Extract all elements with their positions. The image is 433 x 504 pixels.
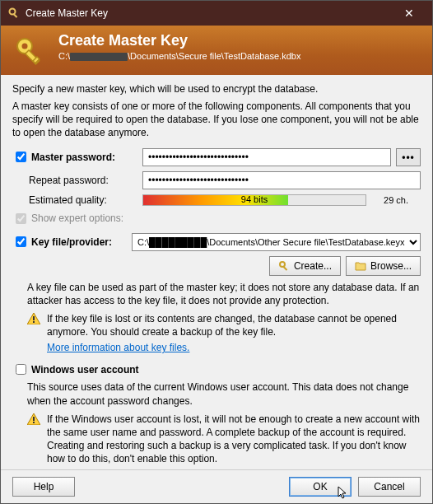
master-password-checkbox[interactable] <box>16 152 26 162</box>
help-button[interactable]: Help <box>12 477 75 497</box>
repeat-password-label: Repeat password: <box>29 175 109 186</box>
svg-rect-9 <box>33 321 35 323</box>
reveal-password-button[interactable]: ••• <box>396 148 421 166</box>
warning-icon <box>27 313 40 338</box>
quality-label: Estimated quality: <box>29 194 107 206</box>
footer: Help OK Cancel <box>1 469 432 503</box>
app-icon <box>7 7 21 20</box>
windows-account-desc: This source uses data of the current Win… <box>27 380 421 407</box>
create-keyfile-button[interactable]: Create... <box>269 256 341 276</box>
intro-text: Specify a new master key, which will be … <box>12 83 421 95</box>
cursor-icon <box>338 486 349 501</box>
browse-label: Browse... <box>370 260 412 272</box>
svg-rect-10 <box>33 417 35 421</box>
expert-options-checkbox <box>16 213 26 224</box>
keyfile-label: Key file/provider: <box>31 236 112 248</box>
ok-label: OK <box>313 481 327 492</box>
titlebar: Create Master Key ✕ <box>1 1 432 26</box>
svg-point-3 <box>22 44 28 49</box>
key-icon <box>12 34 49 72</box>
header-banner: Create Master Key C:\\Documents\Secure f… <box>1 26 432 75</box>
path-prefix: C:\ <box>58 51 70 61</box>
header-title: Create Master Key <box>58 32 422 49</box>
window-title: Create Master Key <box>26 7 393 19</box>
key-small-icon <box>278 260 290 272</box>
svg-rect-7 <box>283 266 288 271</box>
keyfile-desc: A key file can be used as part of the ma… <box>27 281 421 307</box>
windows-account-checkbox[interactable] <box>16 364 26 375</box>
expert-options-label: Show expert options: <box>31 212 123 224</box>
path-suffix: \Documents\Secure file\TestDatabase.kdbx <box>128 51 300 61</box>
browse-keyfile-button[interactable]: Browse... <box>346 256 421 276</box>
warning-icon <box>27 413 40 466</box>
redacted-path <box>70 53 128 61</box>
desc-text: A master key consists of one or more of … <box>12 100 421 140</box>
master-password-input[interactable] <box>142 148 391 166</box>
windows-account-warning: If the Windows user account is lost, it … <box>47 413 421 466</box>
keyfile-checkbox[interactable] <box>16 236 26 247</box>
repeat-password-input[interactable] <box>142 171 421 189</box>
ok-button[interactable]: OK <box>289 477 352 497</box>
keyfile-warning: If the key file is lost or its contents … <box>47 312 421 338</box>
svg-rect-8 <box>33 316 35 320</box>
quality-bits: 94 bits <box>143 194 365 204</box>
master-password-label: Master password: <box>31 152 115 163</box>
create-label: Create... <box>294 260 332 272</box>
cancel-button[interactable]: Cancel <box>358 477 421 497</box>
windows-account-label: Windows user account <box>31 364 139 376</box>
content-area: Specify a new master key, which will be … <box>1 75 432 469</box>
header-path: C:\\Documents\Secure file\TestDatabase.k… <box>58 51 422 61</box>
svg-rect-11 <box>33 422 35 423</box>
keyfile-more-link[interactable]: More information about key files. <box>47 342 189 353</box>
keyfile-combobox[interactable]: C:\█████████\Documents\Other Secure file… <box>132 233 421 251</box>
folder-icon <box>355 261 366 271</box>
quality-bar: 94 bits <box>142 194 366 206</box>
char-count: 29 ch. <box>371 195 421 205</box>
close-button[interactable]: ✕ <box>393 7 426 20</box>
